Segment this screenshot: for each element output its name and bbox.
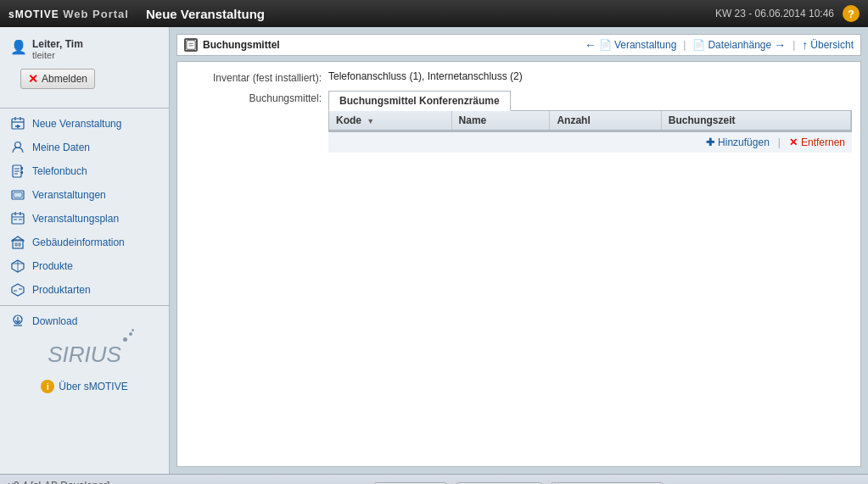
nav-icon-produktarten	[10, 282, 25, 298]
remove-icon: ✕	[789, 136, 798, 148]
page-title: Neue Veranstaltung	[146, 7, 715, 21]
logout-button[interactable]: ✕ Abmelden	[20, 69, 95, 89]
user-login: tleiter	[32, 50, 159, 60]
inventar-value: Telefonanschluss (1), Internetanschluss …	[328, 70, 852, 82]
table-actions: ✚ Hinzufügen | ✕ Entfernen	[328, 131, 852, 153]
version-line1: v9.4 [sLAB Developer]	[8, 479, 161, 484]
nav-icon-veranstaltungen	[10, 187, 25, 203]
add-label: Hinzufügen	[718, 136, 770, 148]
nav-btn-up-arrow-icon: ↑	[802, 38, 808, 52]
inventar-row: Inventar (fest installiert): Telefonansc…	[186, 70, 852, 84]
sidebar-item-veranstaltungsplan[interactable]: Veranstaltungsplan	[0, 207, 169, 231]
nav-icon-gebaeudeinformation	[10, 235, 25, 250]
section-booking-icon	[184, 38, 198, 52]
logout-label: Abmelden	[42, 73, 87, 85]
sidebar-item-telefonbuch[interactable]: Telefonbuch	[0, 159, 169, 183]
sidebar-item-gebaeudeinformation[interactable]: Gebäudeinformation	[0, 231, 169, 254]
svg-rect-11	[21, 167, 23, 170]
col-name-label: Name	[459, 114, 487, 126]
app-footer: v9.4 [sLAB Developer] (c) 2005-2014 by s…	[0, 474, 868, 484]
nav-label-veranstaltungen: Veranstaltungen	[32, 189, 106, 201]
tab-konferenzraume-label: Buchungsmittel Konferenzräume	[339, 95, 500, 107]
nav-label-neue-veranstaltung: Neue Veranstaltung	[32, 118, 121, 130]
logo-smotive: sMOTIVE	[8, 8, 59, 20]
nav-btn-veranstaltung-label: Veranstaltung	[614, 39, 676, 51]
nav-label-veranstaltungsplan: Veranstaltungsplan	[32, 213, 119, 225]
nav-icon-veranstaltungsplan	[10, 211, 25, 226]
nav-icon-download	[10, 314, 25, 329]
nav-separator-1: |	[683, 39, 686, 51]
nav-btn-veranstaltung[interactable]: ← 📄 Veranstaltung	[585, 38, 676, 52]
sirius-logo: SIRIUS	[48, 342, 121, 368]
nav-btn-file-icon-2: 📄	[692, 39, 705, 51]
nav-icon-meine-daten	[10, 140, 25, 155]
user-details: Leiter, Tim tleiter	[32, 38, 159, 60]
nav-label-gebaeudeinformation: Gebäudeinformation	[32, 236, 125, 248]
col-anzahl: Anzahl	[550, 111, 661, 131]
sirius-logo-container: SIRIUS	[0, 342, 169, 368]
logo-webportal: Web Portal	[59, 8, 129, 20]
svg-rect-15	[12, 214, 24, 224]
sidebar-item-meine-daten[interactable]: Meine Daten	[0, 136, 169, 159]
svg-marker-28	[12, 284, 24, 296]
section-header: Buchungsmittel ← 📄 Veranstaltung | 📄 Dat…	[176, 34, 861, 56]
form-area: Inventar (fest installiert): Telefonansc…	[176, 61, 861, 467]
buchungsmittel-row: Buchungsmittel: Buchungsmittel Konferenz…	[186, 91, 852, 458]
user-info: 👤 Leiter, Tim tleiter	[0, 31, 169, 64]
section-title-text: Buchungsmittel	[203, 39, 280, 51]
nav-btn-file-icon-1: 📄	[599, 39, 612, 51]
inventar-label: Inventar (fest installiert):	[186, 70, 322, 84]
date-info: KW 23 - 06.06.2014 10:46	[715, 8, 834, 19]
sort-arrow-kode: ▼	[367, 117, 374, 125]
about-link[interactable]: i Über sMOTIVE	[41, 380, 127, 393]
table-header-row: Kode ▼ Name Anzahl	[329, 111, 851, 131]
nav-btn-dateihanhe[interactable]: 📄 Dateianhänge →	[692, 38, 786, 52]
col-anzahl-label: Anzahl	[557, 114, 590, 126]
action-separator: |	[778, 136, 781, 148]
tab-bar: Buchungsmittel Konferenzräume	[328, 91, 852, 111]
col-name: Name	[451, 111, 550, 131]
nav-label-telefonbuch: Telefonbuch	[32, 165, 87, 177]
col-buchungszeit: Buchungszeit	[661, 111, 850, 131]
buchungsmittel-label: Buchungsmittel:	[186, 91, 322, 104]
svg-rect-14	[14, 192, 22, 197]
sidebar-item-download[interactable]: Download	[0, 309, 169, 333]
sidebar-divider-2	[0, 305, 169, 306]
table-area: Kode ▼ Name Anzahl	[328, 111, 852, 131]
sidebar-divider-1	[0, 108, 169, 108]
about-icon: i	[41, 380, 54, 393]
sidebar-item-veranstaltungen[interactable]: Veranstaltungen	[0, 183, 169, 207]
buchungsmittel-table: Kode ▼ Name Anzahl	[329, 111, 851, 131]
sidebar-item-produkte[interactable]: Produkte	[0, 254, 169, 278]
tab-konferenzraume[interactable]: Buchungsmittel Konferenzräume	[328, 91, 511, 111]
svg-rect-23	[15, 243, 17, 246]
nav-icon-neue-veranstaltung	[10, 116, 25, 131]
help-button[interactable]: ?	[843, 5, 860, 22]
about-label: Über sMOTIVE	[59, 381, 127, 392]
sidebar: 👤 Leiter, Tim tleiter ✕ Abmelden Neue Ve…	[0, 27, 170, 474]
nav-label-produkte: Produkte	[32, 260, 73, 272]
add-button[interactable]: ✚ Hinzufügen	[706, 136, 770, 148]
add-icon: ✚	[706, 136, 714, 148]
nav-label-produktarten: Produktarten	[32, 284, 91, 296]
svg-rect-24	[19, 243, 20, 246]
logout-x-icon: ✕	[28, 72, 38, 86]
sidebar-item-produktarten[interactable]: Produktarten	[0, 278, 169, 302]
nav-btn-ubersicht[interactable]: ↑ Übersicht	[802, 38, 854, 52]
user-icon: 👤	[10, 39, 27, 55]
nav-label-download: Download	[32, 315, 77, 327]
section-title-container: Buchungsmittel	[184, 38, 280, 52]
main-content: Buchungsmittel ← 📄 Veranstaltung | 📄 Dat…	[170, 27, 868, 474]
svg-rect-34	[187, 41, 195, 49]
section-nav-buttons: ← 📄 Veranstaltung | 📄 Dateianhänge → | ↑…	[585, 38, 854, 52]
tabs-container: Buchungsmittel Konferenzräume Kode ▼	[328, 91, 852, 153]
sidebar-item-neue-veranstaltung[interactable]: Neue Veranstaltung	[0, 112, 169, 136]
nav-icon-produkte	[10, 259, 25, 274]
nav-icon-telefonbuch	[10, 164, 25, 179]
col-kode-label: Kode	[336, 114, 361, 126]
nav-btn-left-arrow-icon: ←	[585, 38, 596, 52]
nav-btn-right-arrow-icon: →	[774, 38, 786, 52]
user-name: Leiter, Tim	[32, 38, 159, 50]
col-kode[interactable]: Kode ▼	[329, 111, 451, 131]
remove-button[interactable]: ✕ Entfernen	[789, 136, 845, 148]
